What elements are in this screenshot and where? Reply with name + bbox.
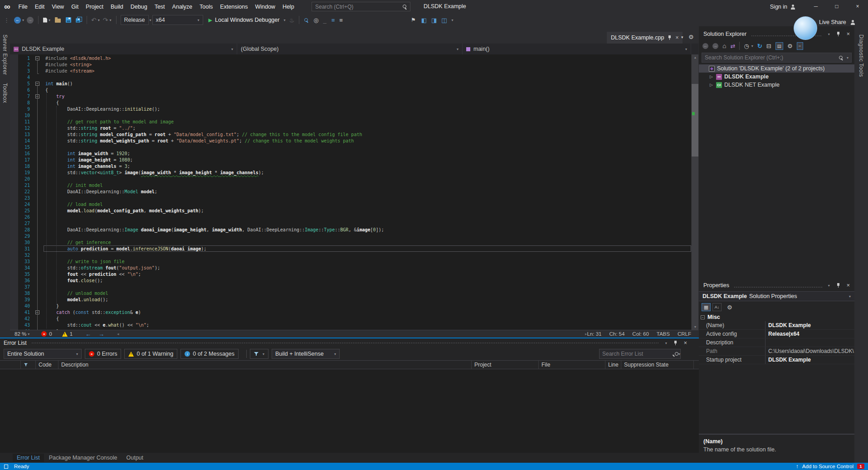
menu-git[interactable]: Git bbox=[68, 0, 82, 14]
minimize-button[interactable]: ─ bbox=[805, 0, 826, 14]
code-line[interactable]: 10 bbox=[10, 113, 690, 119]
code-line[interactable]: 5−int main() bbox=[10, 81, 690, 87]
document-outline-icon[interactable]: ≡ bbox=[332, 17, 335, 23]
next-issue-icon[interactable]: → bbox=[98, 331, 104, 338]
error-search-input[interactable] bbox=[602, 351, 673, 357]
code-line[interactable]: 34 std::ofstream fout("output.json"); bbox=[10, 265, 690, 271]
collapse-icon[interactable]: − bbox=[701, 315, 705, 319]
hot-reload-icon[interactable]: ♨ bbox=[289, 17, 294, 23]
code-line[interactable]: 27 bbox=[10, 220, 690, 227]
code-line[interactable]: 32 bbox=[10, 252, 690, 259]
menu-window[interactable]: Window bbox=[251, 0, 278, 14]
tree-item[interactable]: Solution 'DLSDK Example' (2 of 2 project… bbox=[699, 64, 854, 73]
tool-tab-package-manager-console[interactable]: Package Manager Console bbox=[45, 454, 122, 462]
menu-view[interactable]: View bbox=[48, 0, 68, 14]
solution-search-input[interactable] bbox=[705, 54, 837, 61]
eol-indicator[interactable]: CRLF bbox=[678, 331, 691, 337]
menu-help[interactable]: Help bbox=[279, 0, 298, 14]
column-header-blank-0[interactable] bbox=[0, 361, 21, 369]
code-line[interactable]: 3#include <fstream> bbox=[10, 68, 690, 74]
code-line[interactable]: 22 DaoAI::DeepLearning::Model model; bbox=[10, 189, 690, 195]
home-icon[interactable]: ⌂ bbox=[722, 43, 726, 49]
task-list-icon[interactable]: ≡ bbox=[339, 17, 343, 23]
menu-extensions[interactable]: Extensions bbox=[216, 0, 251, 14]
layout-center-icon[interactable]: ◫ bbox=[441, 17, 447, 23]
break-all-icon[interactable]: _ bbox=[323, 17, 326, 23]
menu-edit[interactable]: Edit bbox=[31, 0, 49, 14]
categorized-view-button[interactable]: ▦ bbox=[702, 303, 711, 311]
code-line[interactable]: 15 bbox=[10, 144, 690, 151]
warning-count[interactable]: 1 bbox=[70, 331, 73, 337]
zoom-level[interactable]: 82 % bbox=[15, 331, 26, 337]
sign-in-button[interactable]: Sign in bbox=[770, 4, 795, 10]
menu-file[interactable]: File bbox=[15, 0, 31, 14]
code-line[interactable]: 7− try bbox=[10, 93, 690, 100]
scroll-down-icon[interactable]: ▼ bbox=[692, 325, 698, 328]
code-line[interactable]: 13 std::string model_config_path = root … bbox=[10, 132, 690, 138]
pin-icon[interactable] bbox=[836, 283, 840, 288]
filter-button[interactable]: ▾ bbox=[250, 349, 268, 359]
code-line[interactable]: 43 std::cout << e.what() << "\n"; bbox=[10, 322, 690, 328]
code-line[interactable]: 11 // get root path to the model and ima… bbox=[10, 119, 690, 125]
code-line[interactable]: 38 // unload model bbox=[10, 290, 690, 297]
column-header-suppression-state[interactable]: Suppression State bbox=[621, 361, 694, 369]
window-position-icon[interactable]: ▾ bbox=[665, 341, 667, 345]
undo-caret-icon[interactable]: ▾ bbox=[98, 18, 100, 22]
property-value[interactable]: Release|x64 bbox=[765, 330, 854, 338]
pending-changes-filter-icon[interactable]: ◷ bbox=[744, 43, 749, 49]
code-line[interactable]: 36 fout.close(); bbox=[10, 278, 690, 284]
fold-toggle[interactable]: − bbox=[35, 82, 39, 86]
tabs-indicator[interactable]: TABS bbox=[657, 331, 670, 337]
code-line[interactable]: 21 // init model bbox=[10, 182, 690, 189]
tool-tab-output[interactable]: Output bbox=[122, 454, 148, 462]
refresh-icon[interactable]: ↻ bbox=[757, 43, 762, 49]
layout-right-icon[interactable]: ◨ bbox=[431, 17, 437, 23]
window-position-icon[interactable]: ▾ bbox=[828, 32, 830, 36]
tab-close-icon[interactable]: × bbox=[675, 34, 678, 41]
warnings-toggle-button[interactable]: 0 of 1 Warning bbox=[124, 349, 177, 359]
scope-filter-dropdown[interactable]: Entire Solution ▾ bbox=[4, 349, 82, 359]
code-line[interactable]: 20 bbox=[10, 176, 690, 182]
toolbar-overflow-icon[interactable]: ▾ bbox=[452, 18, 454, 22]
column-header-line[interactable]: Line bbox=[605, 361, 621, 369]
code-line[interactable]: 1−#include <dlsdk/model.h> bbox=[10, 55, 690, 62]
window-position-icon[interactable]: ▾ bbox=[828, 284, 830, 288]
error-list-search-box[interactable]: ▾ bbox=[599, 349, 681, 359]
se-forward-icon[interactable]: → bbox=[712, 43, 718, 49]
error-list-body[interactable] bbox=[0, 369, 699, 453]
open-file-icon[interactable] bbox=[55, 19, 61, 23]
code-line[interactable]: 12 std::string root = "../"; bbox=[10, 125, 690, 132]
code-line[interactable]: 23 bbox=[10, 195, 690, 201]
build-intellisense-dropdown[interactable]: Build + IntelliSense ▾ bbox=[272, 349, 340, 359]
save-icon[interactable] bbox=[66, 17, 71, 23]
tool-tab-error-list[interactable]: Error List bbox=[13, 454, 44, 462]
solution-configuration-dropdown[interactable]: Release ▾ bbox=[121, 15, 149, 25]
code-line[interactable]: 24 // load model bbox=[10, 201, 690, 208]
collapse-all-icon[interactable]: ⊟ bbox=[766, 43, 771, 49]
fold-toggle[interactable]: − bbox=[35, 56, 39, 60]
scope-dropdown[interactable]: (Global Scope) ▾ bbox=[237, 44, 463, 54]
code-line[interactable]: 6{ bbox=[10, 87, 690, 93]
code-line[interactable]: 17 int image_height = 1080; bbox=[10, 157, 690, 163]
code-line[interactable]: 39 model.unload(); bbox=[10, 297, 690, 303]
code-line[interactable]: 9 DaoAI::DeepLearning::initialize(); bbox=[10, 106, 690, 113]
menu-project[interactable]: Project bbox=[82, 0, 107, 14]
property-value[interactable]: C:\Users\daoai\Downloads\DLSDK\ bbox=[765, 347, 854, 355]
code-line[interactable]: 30 // get inference bbox=[10, 240, 690, 246]
tab-toolbox[interactable]: Toolbox bbox=[2, 83, 8, 103]
preview-selected-items-button[interactable]: − bbox=[797, 42, 803, 50]
close-icon[interactable]: × bbox=[847, 282, 850, 289]
properties-wrench-icon[interactable]: ⚙ bbox=[787, 43, 793, 49]
user-avatar[interactable] bbox=[794, 16, 817, 40]
se-back-icon[interactable]: ← bbox=[702, 43, 708, 49]
live-share-button[interactable]: Live Share bbox=[819, 19, 855, 25]
code-line[interactable]: 35 fout << prediction << "\n"; bbox=[10, 271, 690, 278]
property-value[interactable]: DLSDK Example bbox=[765, 356, 854, 364]
scroll-up-icon[interactable]: ▲ bbox=[692, 56, 698, 59]
show-all-files-button[interactable]: ▤ bbox=[775, 42, 783, 50]
keep-open-pin-icon[interactable] bbox=[668, 35, 672, 40]
notification-badge[interactable]: 1 bbox=[857, 464, 864, 469]
add-to-source-control-button[interactable]: Add to Source Control bbox=[802, 464, 853, 469]
code-line[interactable]: 2#include <string> bbox=[10, 62, 690, 68]
error-count-icon[interactable]: × bbox=[41, 331, 47, 337]
